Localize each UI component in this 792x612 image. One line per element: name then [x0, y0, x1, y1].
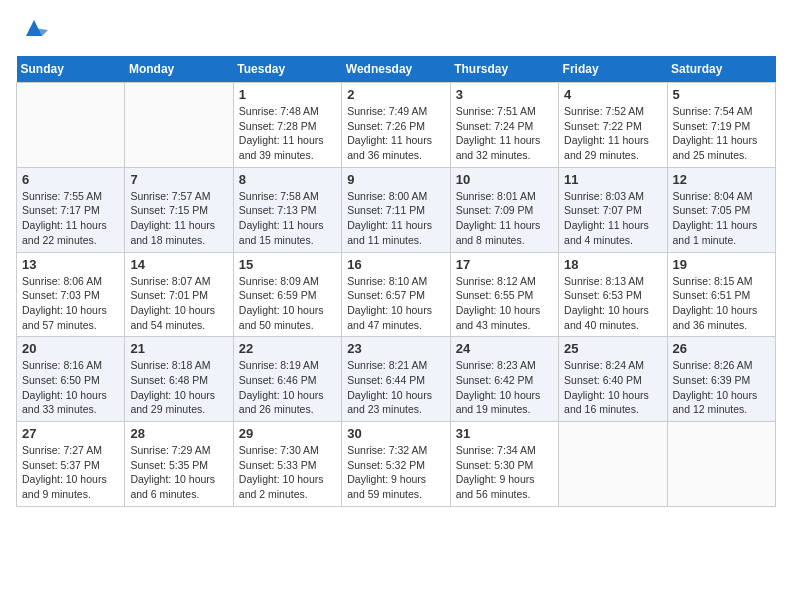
calendar-cell: 26Sunrise: 8:26 AMSunset: 6:39 PMDayligh…: [667, 337, 775, 422]
calendar-cell: 2Sunrise: 7:49 AMSunset: 7:26 PMDaylight…: [342, 83, 450, 168]
day-info: Sunrise: 7:58 AMSunset: 7:13 PMDaylight:…: [239, 189, 336, 248]
calendar-cell: [17, 83, 125, 168]
calendar-week-row: 1Sunrise: 7:48 AMSunset: 7:28 PMDaylight…: [17, 83, 776, 168]
day-info: Sunrise: 7:29 AMSunset: 5:35 PMDaylight:…: [130, 443, 227, 502]
calendar-cell: 11Sunrise: 8:03 AMSunset: 7:07 PMDayligh…: [559, 167, 667, 252]
day-info: Sunrise: 8:12 AMSunset: 6:55 PMDaylight:…: [456, 274, 553, 333]
calendar-cell: 8Sunrise: 7:58 AMSunset: 7:13 PMDaylight…: [233, 167, 341, 252]
day-info: Sunrise: 8:19 AMSunset: 6:46 PMDaylight:…: [239, 358, 336, 417]
day-info: Sunrise: 8:03 AMSunset: 7:07 PMDaylight:…: [564, 189, 661, 248]
calendar-cell: 17Sunrise: 8:12 AMSunset: 6:55 PMDayligh…: [450, 252, 558, 337]
day-number: 12: [673, 172, 770, 187]
day-info: Sunrise: 8:10 AMSunset: 6:57 PMDaylight:…: [347, 274, 444, 333]
day-number: 24: [456, 341, 553, 356]
day-number: 21: [130, 341, 227, 356]
day-info: Sunrise: 7:34 AMSunset: 5:30 PMDaylight:…: [456, 443, 553, 502]
weekday-header-tuesday: Tuesday: [233, 56, 341, 83]
day-number: 7: [130, 172, 227, 187]
day-number: 1: [239, 87, 336, 102]
calendar-cell: 16Sunrise: 8:10 AMSunset: 6:57 PMDayligh…: [342, 252, 450, 337]
day-number: 20: [22, 341, 119, 356]
day-number: 15: [239, 257, 336, 272]
day-number: 6: [22, 172, 119, 187]
day-number: 10: [456, 172, 553, 187]
day-number: 31: [456, 426, 553, 441]
day-info: Sunrise: 7:51 AMSunset: 7:24 PMDaylight:…: [456, 104, 553, 163]
weekday-header-friday: Friday: [559, 56, 667, 83]
weekday-header-thursday: Thursday: [450, 56, 558, 83]
day-info: Sunrise: 8:15 AMSunset: 6:51 PMDaylight:…: [673, 274, 770, 333]
calendar-cell: 5Sunrise: 7:54 AMSunset: 7:19 PMDaylight…: [667, 83, 775, 168]
calendar-cell: 21Sunrise: 8:18 AMSunset: 6:48 PMDayligh…: [125, 337, 233, 422]
day-info: Sunrise: 7:32 AMSunset: 5:32 PMDaylight:…: [347, 443, 444, 502]
calendar-week-row: 13Sunrise: 8:06 AMSunset: 7:03 PMDayligh…: [17, 252, 776, 337]
day-number: 22: [239, 341, 336, 356]
calendar-week-row: 6Sunrise: 7:55 AMSunset: 7:17 PMDaylight…: [17, 167, 776, 252]
day-number: 13: [22, 257, 119, 272]
day-number: 25: [564, 341, 661, 356]
weekday-header-monday: Monday: [125, 56, 233, 83]
day-info: Sunrise: 7:55 AMSunset: 7:17 PMDaylight:…: [22, 189, 119, 248]
day-info: Sunrise: 8:07 AMSunset: 7:01 PMDaylight:…: [130, 274, 227, 333]
day-number: 4: [564, 87, 661, 102]
day-info: Sunrise: 8:06 AMSunset: 7:03 PMDaylight:…: [22, 274, 119, 333]
day-info: Sunrise: 8:26 AMSunset: 6:39 PMDaylight:…: [673, 358, 770, 417]
calendar-cell: [559, 422, 667, 507]
calendar-cell: 3Sunrise: 7:51 AMSunset: 7:24 PMDaylight…: [450, 83, 558, 168]
logo-icon: [20, 16, 48, 44]
day-number: 27: [22, 426, 119, 441]
calendar-cell: 19Sunrise: 8:15 AMSunset: 6:51 PMDayligh…: [667, 252, 775, 337]
day-info: Sunrise: 8:23 AMSunset: 6:42 PMDaylight:…: [456, 358, 553, 417]
day-info: Sunrise: 7:54 AMSunset: 7:19 PMDaylight:…: [673, 104, 770, 163]
calendar-cell: 25Sunrise: 8:24 AMSunset: 6:40 PMDayligh…: [559, 337, 667, 422]
calendar-cell: 9Sunrise: 8:00 AMSunset: 7:11 PMDaylight…: [342, 167, 450, 252]
calendar-cell: 30Sunrise: 7:32 AMSunset: 5:32 PMDayligh…: [342, 422, 450, 507]
calendar-cell: [125, 83, 233, 168]
weekday-header-sunday: Sunday: [17, 56, 125, 83]
day-number: 23: [347, 341, 444, 356]
day-info: Sunrise: 8:18 AMSunset: 6:48 PMDaylight:…: [130, 358, 227, 417]
calendar-cell: 4Sunrise: 7:52 AMSunset: 7:22 PMDaylight…: [559, 83, 667, 168]
day-number: 30: [347, 426, 444, 441]
day-info: Sunrise: 7:52 AMSunset: 7:22 PMDaylight:…: [564, 104, 661, 163]
calendar-cell: 12Sunrise: 8:04 AMSunset: 7:05 PMDayligh…: [667, 167, 775, 252]
calendar-cell: 14Sunrise: 8:07 AMSunset: 7:01 PMDayligh…: [125, 252, 233, 337]
calendar-week-row: 27Sunrise: 7:27 AMSunset: 5:37 PMDayligh…: [17, 422, 776, 507]
weekday-header-row: SundayMondayTuesdayWednesdayThursdayFrid…: [17, 56, 776, 83]
calendar-cell: 22Sunrise: 8:19 AMSunset: 6:46 PMDayligh…: [233, 337, 341, 422]
calendar-cell: 6Sunrise: 7:55 AMSunset: 7:17 PMDaylight…: [17, 167, 125, 252]
day-number: 14: [130, 257, 227, 272]
page-header: [16, 16, 776, 44]
day-number: 11: [564, 172, 661, 187]
calendar-week-row: 20Sunrise: 8:16 AMSunset: 6:50 PMDayligh…: [17, 337, 776, 422]
day-number: 16: [347, 257, 444, 272]
calendar-cell: 29Sunrise: 7:30 AMSunset: 5:33 PMDayligh…: [233, 422, 341, 507]
calendar-cell: 7Sunrise: 7:57 AMSunset: 7:15 PMDaylight…: [125, 167, 233, 252]
day-info: Sunrise: 7:27 AMSunset: 5:37 PMDaylight:…: [22, 443, 119, 502]
day-number: 26: [673, 341, 770, 356]
day-number: 19: [673, 257, 770, 272]
day-info: Sunrise: 8:01 AMSunset: 7:09 PMDaylight:…: [456, 189, 553, 248]
day-number: 9: [347, 172, 444, 187]
day-number: 17: [456, 257, 553, 272]
day-info: Sunrise: 7:49 AMSunset: 7:26 PMDaylight:…: [347, 104, 444, 163]
day-info: Sunrise: 7:57 AMSunset: 7:15 PMDaylight:…: [130, 189, 227, 248]
day-info: Sunrise: 8:24 AMSunset: 6:40 PMDaylight:…: [564, 358, 661, 417]
logo: [16, 16, 48, 44]
calendar-cell: 31Sunrise: 7:34 AMSunset: 5:30 PMDayligh…: [450, 422, 558, 507]
day-info: Sunrise: 8:04 AMSunset: 7:05 PMDaylight:…: [673, 189, 770, 248]
day-info: Sunrise: 7:30 AMSunset: 5:33 PMDaylight:…: [239, 443, 336, 502]
weekday-header-saturday: Saturday: [667, 56, 775, 83]
calendar-cell: 13Sunrise: 8:06 AMSunset: 7:03 PMDayligh…: [17, 252, 125, 337]
day-number: 5: [673, 87, 770, 102]
day-info: Sunrise: 8:16 AMSunset: 6:50 PMDaylight:…: [22, 358, 119, 417]
calendar-cell: 1Sunrise: 7:48 AMSunset: 7:28 PMDaylight…: [233, 83, 341, 168]
calendar-cell: 28Sunrise: 7:29 AMSunset: 5:35 PMDayligh…: [125, 422, 233, 507]
day-info: Sunrise: 8:00 AMSunset: 7:11 PMDaylight:…: [347, 189, 444, 248]
day-info: Sunrise: 7:48 AMSunset: 7:28 PMDaylight:…: [239, 104, 336, 163]
day-info: Sunrise: 8:21 AMSunset: 6:44 PMDaylight:…: [347, 358, 444, 417]
calendar-cell: 27Sunrise: 7:27 AMSunset: 5:37 PMDayligh…: [17, 422, 125, 507]
day-number: 28: [130, 426, 227, 441]
calendar-cell: 10Sunrise: 8:01 AMSunset: 7:09 PMDayligh…: [450, 167, 558, 252]
calendar-cell: 20Sunrise: 8:16 AMSunset: 6:50 PMDayligh…: [17, 337, 125, 422]
